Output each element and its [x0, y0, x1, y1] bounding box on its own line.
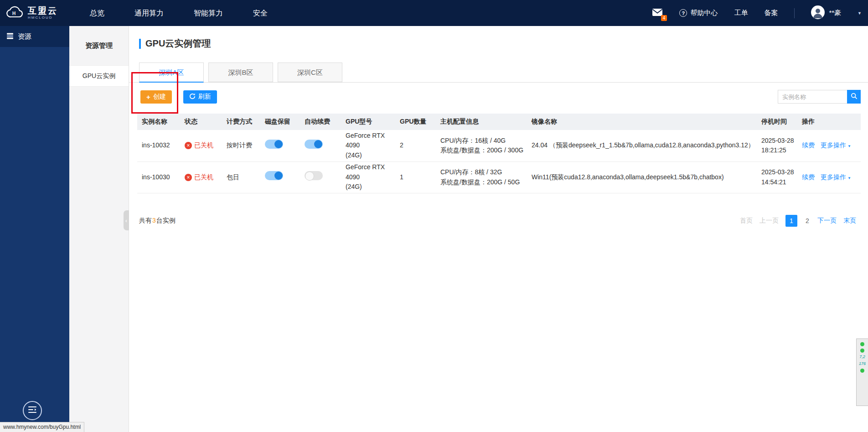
instance-table: 实例名称 状态 计费方式 磁盘保留 自动续费 GPU型号 GPU数量 主机配置信…	[137, 114, 861, 193]
menu-lines-icon	[28, 406, 36, 415]
stop-time: 14:54:21	[761, 177, 797, 187]
avatar-icon	[811, 5, 825, 21]
username: **豪	[829, 9, 841, 17]
total-count: 3	[152, 217, 156, 224]
nav-item-general-compute[interactable]: 通用算力	[134, 0, 164, 26]
col-header-stop-time: 停机时间	[757, 114, 797, 130]
cell-gpu-count: 2	[395, 130, 436, 161]
pagination-page-2[interactable]: 2	[804, 217, 811, 224]
cell-instance-name: ins-10030	[137, 161, 180, 193]
col-header-gpu-model: GPU型号	[341, 114, 395, 130]
disk-retain-toggle[interactable]	[265, 140, 283, 149]
col-header-auto-renew: 自动续费	[300, 114, 341, 130]
nav-item-security[interactable]: 安全	[253, 0, 268, 26]
status-label: 已关机	[194, 172, 213, 182]
table-header-row: 实例名称 状态 计费方式 磁盘保留 自动续费 GPU型号 GPU数量 主机配置信…	[137, 114, 861, 130]
ticket-link[interactable]: 工单	[734, 9, 748, 17]
sidebar-item-resources[interactable]: 资源	[0, 26, 69, 47]
disk-retain-toggle[interactable]	[265, 171, 283, 180]
col-header-host-config: 主机配置信息	[436, 114, 527, 130]
status-dot-icon	[860, 342, 864, 346]
search-input[interactable]	[778, 90, 847, 104]
nav-item-ai-compute[interactable]: 智能算力	[194, 0, 223, 26]
host-config-cpu: CPU/内存：8核 / 32G	[440, 167, 527, 177]
user-caret-icon[interactable]: ▼	[858, 11, 862, 16]
table-footer: 共有3台实例 首页 上一页 1 2 下一页 末页	[139, 215, 856, 227]
link-preview-statusbar: www.hmynew.com/buyGpu.html	[0, 422, 84, 432]
page-title-block: GPU云实例管理	[139, 37, 211, 50]
stop-date: 2025-03-28	[761, 136, 797, 146]
brand-logo[interactable]: H 互盟云 HMCLOUD	[0, 6, 80, 21]
mail-button[interactable]: 4	[652, 8, 663, 18]
more-actions-link[interactable]: 更多操作▼	[821, 172, 851, 182]
cell-billing: 按时计费	[222, 130, 260, 161]
top-navbar: H 互盟云 HMCLOUD 总览 通用算力 智能算力 安全 4 ? 帮助中心 工…	[0, 0, 868, 26]
monitor-value: 176	[859, 362, 866, 366]
sidebar-menu-fab[interactable]	[23, 401, 42, 420]
status-dot-icon	[860, 349, 864, 353]
toolbar: + 创建 刷新	[139, 90, 861, 104]
mail-badge: 4	[661, 15, 667, 21]
more-actions-link[interactable]: 更多操作▼	[821, 141, 851, 151]
tab-shenzhen-b[interactable]: 深圳B区	[208, 62, 273, 82]
gpu-model: GeForce RTX 4090	[346, 131, 395, 151]
pagination: 首页 上一页 1 2 下一页 末页	[740, 215, 856, 227]
pagination-last[interactable]: 末页	[843, 217, 856, 225]
host-config-disk: 系统盘/数据盘：200G / 300G	[440, 146, 527, 156]
help-center-label: 帮助中心	[690, 9, 718, 17]
pagination-next[interactable]: 下一页	[817, 217, 837, 225]
host-config-cpu: CPU/内存：16核 / 40G	[440, 136, 527, 146]
more-caret-icon: ▼	[847, 144, 851, 148]
pagination-first[interactable]: 首页	[740, 217, 753, 225]
gpu-memory: (24G)	[346, 151, 395, 161]
create-button-label: 创建	[153, 93, 166, 101]
col-header-actions: 操作	[797, 114, 861, 130]
col-header-billing: 计费方式	[222, 114, 260, 130]
brand-subname: HMCLOUD	[28, 16, 58, 20]
user-menu[interactable]: **豪	[811, 5, 841, 21]
renew-link[interactable]: 续费	[802, 141, 815, 151]
resources-icon	[6, 33, 14, 41]
search-button[interactable]	[847, 90, 861, 104]
col-header-status: 状态	[180, 114, 222, 130]
row-actions: 续费 更多操作▼	[802, 172, 861, 182]
nav-divider	[794, 8, 795, 18]
row-actions: 续费 更多操作▼	[802, 141, 861, 151]
gpu-model: GeForce RTX 4090	[346, 162, 395, 182]
cloud-logo-icon: H	[6, 6, 24, 21]
monitor-value: 7,2	[859, 355, 865, 359]
tab-shenzhen-c[interactable]: 深圳C区	[278, 62, 342, 82]
floating-monitor-widget[interactable]: 7,2 176	[856, 338, 868, 406]
nav-item-overview[interactable]: 总览	[90, 0, 104, 26]
pagination-page-1[interactable]: 1	[785, 215, 797, 227]
status-dot-icon	[860, 369, 864, 373]
record-link[interactable]: 备案	[764, 9, 778, 17]
sidebar-item-gpu-instances[interactable]: GPU云实例	[69, 65, 129, 87]
powered-off-icon: ×	[185, 142, 192, 149]
refresh-button[interactable]: 刷新	[183, 90, 217, 104]
pagination-prev[interactable]: 上一页	[760, 217, 779, 225]
search-icon	[851, 93, 858, 101]
subsidebar-title: 资源管理	[69, 26, 129, 65]
renew-link[interactable]: 续费	[802, 172, 815, 182]
create-button[interactable]: + 创建	[140, 90, 172, 104]
cell-gpu-count: 1	[395, 161, 436, 193]
status-badge: × 已关机	[185, 141, 222, 151]
gpu-memory: (24G)	[346, 182, 395, 192]
auto-renew-toggle[interactable]	[305, 171, 323, 180]
brand-name: 互盟云	[28, 6, 58, 16]
more-caret-icon: ▼	[847, 176, 851, 180]
total-instances-text: 共有3台实例	[139, 217, 176, 225]
page-title: GPU云实例管理	[145, 37, 211, 50]
cell-image-name: Win11(预装cuda12.8,anaconda3,ollama,deepse…	[527, 161, 757, 193]
auto-renew-toggle[interactable]	[305, 140, 323, 149]
sidebar-item-label: 资源	[18, 32, 31, 41]
help-center-link[interactable]: ? 帮助中心	[679, 9, 718, 17]
refresh-icon	[189, 93, 196, 101]
col-header-gpu-count: GPU数量	[395, 114, 436, 130]
col-header-disk-retain: 磁盘保留	[260, 114, 300, 130]
status-badge: × 已关机	[185, 172, 222, 182]
sidebar-collapse-handle[interactable]: ‹	[124, 210, 129, 230]
tab-shenzhen-a[interactable]: 深圳A区	[139, 62, 204, 83]
stop-time: 18:21:25	[761, 146, 797, 156]
